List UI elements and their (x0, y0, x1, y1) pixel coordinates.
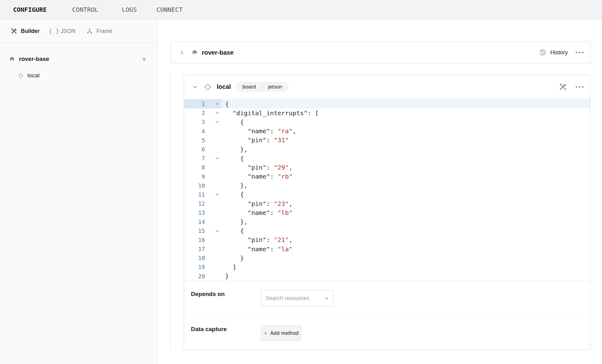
tab-logs[interactable]: LOGS (122, 0, 137, 19)
code-line-17[interactable]: 17 "name": "la" (184, 244, 590, 253)
code-token-string: "23" (274, 200, 289, 207)
machine-card: rover-base History (171, 42, 590, 63)
line-number: 20 (184, 273, 205, 280)
resource-type-pill: board jetson (236, 82, 289, 91)
chevron-right-icon[interactable] (179, 50, 184, 55)
tools-icon[interactable] (559, 83, 567, 91)
sidebar-tabs: Builder { } JSON Frame (0, 20, 157, 43)
code-token: "pin": (225, 136, 274, 144)
depends-on-select[interactable]: Search resources (261, 290, 334, 307)
line-number: 5 (184, 137, 205, 143)
tab-control[interactable]: CONTROL (72, 0, 98, 19)
data-capture-section: Data capture + Add method (184, 316, 590, 350)
code-text: "pin": "23", (221, 199, 590, 208)
fold-chevron-icon[interactable] (205, 99, 221, 108)
line-number: 3 (184, 119, 205, 125)
code-line-14[interactable]: 14 }, (184, 217, 590, 226)
depends-on-placeholder: Search resources (266, 295, 324, 302)
line-number: 18 (184, 255, 205, 261)
code-line-7[interactable]: 7 { (184, 154, 590, 163)
fold-chevron-icon[interactable] (205, 190, 221, 199)
line-number: 2 (184, 110, 205, 116)
machine-icon (191, 49, 198, 56)
code-line-4[interactable]: 4 "name": "ra", (184, 127, 590, 136)
code-token: , (289, 200, 293, 207)
app-root: CONFIGURE CONTROL LOGS CONNECT Builder {… (0, 0, 602, 364)
code-token: "name": (225, 127, 278, 135)
code-line-15[interactable]: 15 { (184, 226, 590, 235)
code-text: "name": "lb" (221, 208, 590, 217)
line-number: 12 (184, 200, 205, 207)
fold-gutter-spacer (205, 235, 221, 244)
code-token: { (225, 191, 244, 198)
fold-gutter-spacer (205, 217, 221, 226)
history-button[interactable]: History (539, 49, 568, 56)
code-token: "name": (225, 245, 278, 253)
code-line-3[interactable]: 3 { (184, 117, 590, 126)
fold-gutter-spacer (205, 145, 221, 154)
add-resource-button[interactable]: + (142, 52, 146, 66)
add-method-label: Add method (270, 330, 299, 336)
code-line-9[interactable]: 9 "name": "rb" (184, 172, 590, 181)
code-line-8[interactable]: 8 "pin": "29", (184, 163, 590, 172)
resource-card-title: local (217, 83, 231, 90)
tab-connect[interactable]: CONNECT (156, 0, 183, 19)
code-line-19[interactable]: 19 ] (184, 262, 590, 271)
code-token-string: "31" (274, 136, 289, 144)
fold-chevron-icon[interactable] (205, 154, 221, 163)
resource-card-local: local board jetson (184, 75, 590, 350)
code-token: } (225, 272, 229, 280)
code-line-6[interactable]: 6 }, (184, 145, 590, 154)
code-editor[interactable]: 1{2 "digital_interrupts": [3 {4 "name": … (184, 99, 590, 281)
fold-gutter-spacer (205, 262, 221, 271)
diamond-icon (204, 83, 211, 91)
fold-chevron-icon[interactable] (205, 108, 221, 117)
tree-machine-label: rover-base (19, 56, 49, 62)
fold-chevron-icon[interactable] (205, 226, 221, 235)
code-text: } (221, 253, 590, 262)
code-line-12[interactable]: 12 "pin": "23", (184, 199, 590, 208)
sidebar-item-rover-base[interactable]: rover-base + (0, 52, 157, 66)
tab-frame-label: Frame (96, 28, 112, 34)
code-line-20[interactable]: 20} (184, 272, 590, 281)
code-token: "pin": (225, 200, 274, 207)
line-number: 10 (184, 182, 205, 189)
code-line-5[interactable]: 5 "pin": "31" (184, 136, 590, 145)
code-token: } (225, 254, 244, 262)
line-number: 7 (184, 155, 205, 162)
code-line-11[interactable]: 11 { (184, 190, 590, 199)
more-options-icon[interactable] (575, 51, 584, 54)
main-content: rover-base History (158, 20, 602, 364)
pill-separator-icon (260, 83, 264, 91)
code-token: "name": (225, 173, 278, 180)
chevron-down-icon[interactable] (192, 84, 198, 89)
code-line-2[interactable]: 2 "digital_interrupts": [ (184, 108, 590, 117)
fold-gutter-spacer (205, 199, 221, 208)
tab-builder[interactable]: Builder (10, 27, 39, 35)
code-line-13[interactable]: 13 "name": "lb" (184, 208, 590, 217)
fold-gutter-spacer (205, 136, 221, 145)
more-options-icon[interactable] (575, 86, 584, 88)
add-method-button[interactable]: + Add method (261, 325, 301, 341)
tab-configure[interactable]: CONFIGURE (13, 0, 47, 19)
sidebar-item-local[interactable]: local (0, 69, 157, 82)
code-token: }, (225, 218, 248, 225)
line-number: 16 (184, 237, 205, 243)
code-token: { (225, 227, 244, 234)
code-line-18[interactable]: 18 } (184, 253, 590, 262)
tab-frame[interactable]: Frame (86, 27, 112, 35)
code-line-10[interactable]: 10 }, (184, 181, 590, 190)
code-line-1[interactable]: 1{ (184, 99, 590, 108)
line-number: 11 (184, 191, 205, 198)
code-line-16[interactable]: 16 "pin": "21", (184, 235, 590, 244)
line-number: 19 (184, 264, 205, 270)
code-token-string: "ra" (278, 127, 293, 135)
fold-chevron-icon[interactable] (205, 117, 221, 126)
top-nav: CONFIGURE CONTROL LOGS CONNECT (0, 0, 602, 19)
fold-gutter-spacer (205, 127, 221, 136)
code-text: { (221, 117, 590, 126)
tab-json[interactable]: { } JSON (50, 27, 75, 35)
history-icon (539, 49, 546, 56)
code-text: { (221, 99, 590, 108)
line-number: 14 (184, 219, 205, 225)
